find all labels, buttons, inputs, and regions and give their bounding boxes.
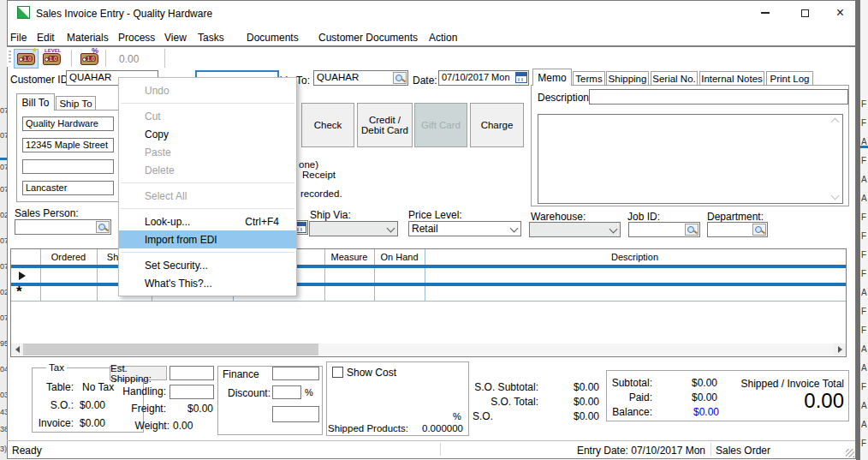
ship-via-dropdown[interactable] xyxy=(309,221,398,236)
department-label: Department: xyxy=(707,211,764,223)
ship-to-field[interactable]: QUAHAR xyxy=(313,70,408,86)
minimize-button[interactable] xyxy=(746,1,784,25)
finance-field[interactable] xyxy=(272,367,319,380)
context-menu-item-select-all: Select All xyxy=(119,187,296,205)
hidden-text-fragment: Receipt xyxy=(302,170,336,180)
background-window-right-border xyxy=(856,0,860,460)
ship-to-lookup-icon[interactable] xyxy=(393,72,407,84)
grand-total-label: Shipped / Invoice Total xyxy=(716,378,844,390)
so-subtotal-label: S.O. Subtotal: xyxy=(462,381,538,393)
context-menu-item-set-security[interactable]: Set Security... xyxy=(119,256,296,274)
tab-serial-no[interactable]: Serial No. xyxy=(651,71,698,86)
scroll-right-icon xyxy=(838,346,842,353)
scroll-left-button[interactable] xyxy=(11,344,23,355)
background-text-fragment: A xyxy=(861,344,867,354)
warehouse-dropdown[interactable] xyxy=(529,222,621,237)
ship-via-label: Ship Via: xyxy=(310,209,351,221)
hidden-text-fragment: recorded. xyxy=(300,188,342,199)
toolbar-amount-field[interactable]: 0.00 xyxy=(119,53,139,65)
new-row-marker-icon xyxy=(16,284,22,301)
scroll-up-icon[interactable] xyxy=(831,118,840,124)
background-text-fragment: F xyxy=(861,382,866,391)
sales-person-field[interactable] xyxy=(15,219,111,235)
background-text-fragment: A xyxy=(861,175,867,184)
background-text-fragment: 07 xyxy=(0,185,7,194)
cost-percent-label: % xyxy=(453,411,461,421)
charge-button[interactable]: Charge xyxy=(470,103,524,147)
menubar-item-process[interactable]: Process xyxy=(118,32,155,44)
tab-ship-to[interactable]: Ship To xyxy=(56,96,96,111)
scroll-down-icon[interactable] xyxy=(831,192,840,198)
scroll-right-button[interactable] xyxy=(834,344,846,355)
menubar-item-view[interactable]: View xyxy=(164,32,187,44)
context-menu-item-look-up[interactable]: Look-up...Ctrl+F4 xyxy=(119,212,296,230)
bill-to-address-field[interactable]: 12345 Maple Street xyxy=(22,138,114,152)
background-text-fragment: F xyxy=(861,156,866,165)
balance-value: $0.00 xyxy=(666,406,719,418)
context-menu-item-copy[interactable]: Copy xyxy=(119,125,296,143)
background-text-fragment: 04 xyxy=(0,365,7,373)
sales-person-label: Sales Person: xyxy=(15,207,79,219)
maximize-button[interactable] xyxy=(786,1,823,25)
price-level-icon: 1.0LEVEL xyxy=(43,53,61,65)
tab-memo[interactable]: Memo xyxy=(532,69,572,86)
tab-bill-to[interactable]: Bill To xyxy=(16,93,55,111)
menubar-item-tasks[interactable]: Tasks xyxy=(198,32,224,44)
finance-extra-field[interactable] xyxy=(272,406,319,422)
context-menu-item-import-from-edi[interactable]: Import from EDI xyxy=(119,230,296,248)
menubar-item-materials[interactable]: Materials xyxy=(67,32,109,44)
background-text-fragment: 07 xyxy=(0,163,7,171)
menubar-item-action[interactable]: Action xyxy=(429,32,457,44)
bill-to-address2-field[interactable] xyxy=(22,159,114,174)
department-field[interactable] xyxy=(707,222,768,237)
handling-label: Handling: xyxy=(115,385,166,397)
price-tag-icon: 1.0* xyxy=(17,53,35,65)
chevron-down-icon xyxy=(510,225,518,233)
menubar-item-documents[interactable]: Documents xyxy=(247,32,299,44)
tab-print-log[interactable]: Print Log xyxy=(766,71,813,86)
background-text-fragment: 02 xyxy=(0,211,7,219)
menubar-item-file[interactable]: File xyxy=(10,32,27,44)
job-id-field[interactable] xyxy=(628,222,700,237)
est-shipping-button[interactable]: Est. Shipping: xyxy=(110,366,167,380)
tab-internal-notes[interactable]: Internal Notes xyxy=(699,71,764,86)
status-bar-divider xyxy=(7,440,855,441)
minimize-icon xyxy=(761,12,770,14)
menubar-item-edit[interactable]: Edit xyxy=(37,32,55,44)
background-text-fragment: 07 xyxy=(0,262,7,271)
sales-person-lookup-icon[interactable] xyxy=(96,221,110,233)
credit-debit-card-button[interactable]: Credit / Debit Card xyxy=(357,103,413,147)
date-calendar-icon[interactable] xyxy=(515,72,527,83)
job-id-lookup-icon[interactable] xyxy=(685,224,699,236)
tab-terms[interactable]: Terms xyxy=(573,71,605,86)
background-text-fragment: A xyxy=(861,363,867,373)
background-text-fragment: F xyxy=(861,231,866,241)
est-shipping-field[interactable] xyxy=(169,366,214,380)
menubar-item-customer-documents[interactable]: Customer Documents xyxy=(318,32,418,44)
check-button[interactable]: Check xyxy=(301,103,354,147)
price-tag-button[interactable]: 1.0* xyxy=(14,49,39,69)
discount-field[interactable] xyxy=(272,385,301,399)
background-text-fragment: 02 xyxy=(0,288,7,296)
price-level-dropdown[interactable]: Retail xyxy=(408,221,521,236)
current-row-marker-icon xyxy=(19,272,26,280)
bill-to-name-field[interactable]: Quality Hardware xyxy=(22,116,114,131)
discount-tag-button[interactable]: 1.0% xyxy=(77,49,102,69)
price-level-button[interactable]: 1.0LEVEL xyxy=(39,49,64,69)
show-cost-checkbox[interactable] xyxy=(332,367,343,378)
background-text-fragment: 3) xyxy=(0,445,7,453)
memo-textarea[interactable] xyxy=(538,114,843,204)
context-menu-item-what-s-this[interactable]: What's This?... xyxy=(119,274,296,292)
date-field[interactable]: 07/10/2017 Mon xyxy=(438,70,529,86)
department-lookup-icon[interactable] xyxy=(752,224,766,236)
background-window-left: 07070707020707020795040343383) xyxy=(0,0,7,460)
menu-bar: FileEditMaterialsProcessViewTasksDocumen… xyxy=(0,26,856,45)
grid-hscrollbar-thumb[interactable] xyxy=(23,344,318,355)
show-cost-label: Show Cost xyxy=(347,367,396,379)
tab-shipping[interactable]: Shipping xyxy=(606,71,649,86)
bill-to-city-field[interactable]: Lancaster xyxy=(22,181,114,195)
handling-field[interactable] xyxy=(169,385,214,399)
description-field[interactable] xyxy=(589,89,848,105)
resize-grip[interactable] xyxy=(846,449,854,457)
close-button[interactable] xyxy=(824,1,856,25)
